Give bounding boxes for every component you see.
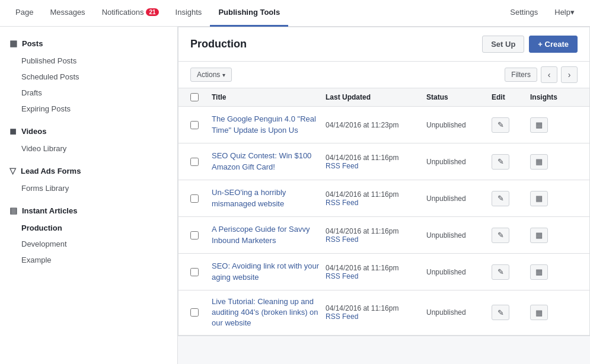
row-5-title[interactable]: SEO: Avoiding link rot with your aging w… bbox=[212, 261, 326, 282]
row-3-title[interactable]: Un-SEO'ing a horribly mismanaged website bbox=[212, 187, 326, 209]
col-title: Title bbox=[212, 93, 326, 101]
row-2-edit-cell: ✎ bbox=[492, 154, 530, 170]
row-3-date: 04/14/2016 at 11:16pm bbox=[326, 190, 398, 199]
sidebar-item-drafts[interactable]: Drafts bbox=[0, 85, 177, 101]
sidebar-section-videos[interactable]: ◼ Videos bbox=[0, 122, 177, 141]
col-edit: Edit bbox=[492, 93, 530, 101]
sidebar-section-posts-label: Posts bbox=[22, 39, 43, 48]
row-1-edit-button[interactable]: ✎ bbox=[492, 117, 509, 133]
row-5-rss[interactable]: RSS Feed bbox=[326, 272, 358, 280]
row-2-insights-button[interactable]: ▦ bbox=[530, 154, 548, 170]
row-6-edit-button[interactable]: ✎ bbox=[492, 305, 509, 320]
sidebar-section-instant-articles[interactable]: ▤ Instant Articles bbox=[0, 201, 177, 220]
nav-notifications[interactable]: Notifications 21 bbox=[94, 0, 167, 27]
table-row: Live Tutorial: Cleaning up and auditing … bbox=[178, 290, 589, 336]
row-1-status-cell: Unpublished bbox=[426, 121, 492, 129]
filters-button[interactable]: Filters bbox=[505, 68, 537, 82]
row-5-edit-button[interactable]: ✎ bbox=[492, 264, 509, 280]
table-row: The Google Penguin 4.0 "Real Time" Updat… bbox=[178, 107, 589, 143]
row-3-status: Unpublished bbox=[426, 194, 466, 203]
nav-insights[interactable]: Insights bbox=[167, 0, 211, 27]
instant-articles-icon: ▤ bbox=[9, 206, 17, 215]
lead-ads-icon: ▽ bbox=[9, 166, 16, 175]
col-checkbox bbox=[190, 93, 212, 101]
row-4-insights-cell: ▦ bbox=[530, 228, 578, 243]
top-nav-left: Page Messages Notifications 21 Insights … bbox=[7, 0, 288, 27]
row-5-status: Unpublished bbox=[426, 268, 466, 276]
row-1-title-cell: The Google Penguin 4.0 "Real Time" Updat… bbox=[212, 114, 326, 135]
row-2-title[interactable]: SEO Quiz Contest: Win $100 Amazon Gift C… bbox=[212, 151, 326, 172]
row-4-edit-button[interactable]: ✎ bbox=[492, 228, 509, 243]
row-4-insights-button[interactable]: ▦ bbox=[530, 228, 548, 243]
row-6-rss[interactable]: RSS Feed bbox=[326, 312, 358, 321]
row-6-status: Unpublished bbox=[426, 308, 466, 317]
row-3-edit-button[interactable]: ✎ bbox=[492, 191, 509, 206]
col-status: Status bbox=[426, 93, 492, 101]
nav-publishing-tools[interactable]: Publishing Tools bbox=[210, 0, 288, 27]
panel-header: Production Set Up + Create bbox=[178, 27, 589, 62]
row-1-insights-cell: ▦ bbox=[530, 117, 578, 133]
col-last-updated: Last Updated bbox=[326, 93, 426, 101]
row-1-checkbox[interactable] bbox=[190, 121, 199, 129]
row-4-date-cell: 04/14/2016 at 11:16pm RSS Feed bbox=[326, 227, 426, 244]
posts-icon: ▦ bbox=[9, 39, 17, 48]
next-page-button[interactable]: › bbox=[561, 66, 578, 83]
toolbar: Actions ▾ Filters ‹ › bbox=[178, 62, 589, 88]
row-4-title[interactable]: A Periscope Guide for Savvy Inbound Mark… bbox=[212, 224, 326, 245]
sidebar: ▦ Posts Published Posts Scheduled Posts … bbox=[0, 27, 178, 364]
sidebar-item-forms-library[interactable]: Forms Library bbox=[0, 180, 177, 196]
col-insights: Insights bbox=[530, 93, 578, 101]
select-all-checkbox[interactable] bbox=[190, 93, 199, 101]
row-5-status-cell: Unpublished bbox=[426, 268, 492, 276]
sidebar-item-production[interactable]: Production bbox=[0, 220, 177, 236]
nav-help[interactable]: Help ▾ bbox=[546, 0, 583, 27]
row-5-date-cell: 04/14/2016 at 11:16pm RSS Feed bbox=[326, 264, 426, 280]
row-5-checkbox[interactable] bbox=[190, 268, 199, 276]
row-6-insights-button[interactable]: ▦ bbox=[530, 305, 548, 320]
row-3-status-cell: Unpublished bbox=[426, 194, 492, 203]
nav-messages[interactable]: Messages bbox=[42, 0, 93, 27]
sidebar-item-published-posts[interactable]: Published Posts bbox=[0, 53, 177, 69]
videos-icon: ◼ bbox=[9, 126, 17, 136]
row-2-date-cell: 04/14/2016 at 11:16pm RSS Feed bbox=[326, 154, 426, 170]
actions-dropdown[interactable]: Actions ▾ bbox=[190, 68, 232, 82]
sidebar-item-development[interactable]: Development bbox=[0, 236, 177, 252]
row-5-insights-button[interactable]: ▦ bbox=[530, 264, 548, 280]
row-2-title-cell: SEO Quiz Contest: Win $100 Amazon Gift C… bbox=[212, 151, 326, 172]
row-6-title[interactable]: Live Tutorial: Cleaning up and auditing … bbox=[212, 296, 326, 329]
sidebar-item-expiring-posts[interactable]: Expiring Posts bbox=[0, 101, 177, 117]
sidebar-section-lead-ads[interactable]: ▽ Lead Ads Forms bbox=[0, 161, 177, 180]
row-4-rss[interactable]: RSS Feed bbox=[326, 235, 358, 244]
nav-settings[interactable]: Settings bbox=[502, 0, 546, 27]
sidebar-item-scheduled-posts[interactable]: Scheduled Posts bbox=[0, 69, 177, 85]
row-2-edit-button[interactable]: ✎ bbox=[492, 154, 509, 170]
row-6-checkbox[interactable] bbox=[190, 308, 199, 317]
row-1-title[interactable]: The Google Penguin 4.0 "Real Time" Updat… bbox=[212, 114, 326, 135]
row-4-checkbox[interactable] bbox=[190, 231, 199, 240]
panel-header-actions: Set Up + Create bbox=[482, 36, 578, 53]
sidebar-section-posts[interactable]: ▦ Posts bbox=[0, 34, 177, 53]
row-2-status-cell: Unpublished bbox=[426, 158, 492, 166]
row-3-rss[interactable]: RSS Feed bbox=[326, 199, 358, 207]
row-1-edit-cell: ✎ bbox=[492, 117, 530, 133]
row-3-insights-button[interactable]: ▦ bbox=[530, 191, 548, 206]
sidebar-section-lead-ads-label: Lead Ads Forms bbox=[21, 167, 81, 175]
row-6-checkbox-cell bbox=[190, 308, 212, 317]
top-nav: Page Messages Notifications 21 Insights … bbox=[0, 0, 590, 27]
create-button[interactable]: + Create bbox=[529, 36, 578, 53]
sidebar-item-example[interactable]: Example bbox=[0, 252, 177, 268]
row-3-title-cell: Un-SEO'ing a horribly mismanaged website bbox=[212, 187, 326, 209]
table-row: SEO Quiz Contest: Win $100 Amazon Gift C… bbox=[178, 143, 589, 180]
setup-button[interactable]: Set Up bbox=[482, 36, 524, 53]
row-6-title-cell: Live Tutorial: Cleaning up and auditing … bbox=[212, 296, 326, 329]
sidebar-item-video-library[interactable]: Video Library bbox=[0, 141, 177, 157]
row-5-edit-cell: ✎ bbox=[492, 264, 530, 280]
row-6-date: 04/14/2016 at 11:16pm bbox=[326, 304, 398, 312]
nav-page[interactable]: Page bbox=[7, 0, 42, 27]
table-row: Un-SEO'ing a horribly mismanaged website… bbox=[178, 180, 589, 217]
row-3-checkbox[interactable] bbox=[190, 194, 199, 203]
prev-page-button[interactable]: ‹ bbox=[541, 66, 557, 83]
row-2-rss[interactable]: RSS Feed bbox=[326, 162, 358, 170]
row-2-checkbox[interactable] bbox=[190, 158, 199, 166]
row-1-insights-button[interactable]: ▦ bbox=[530, 117, 548, 133]
